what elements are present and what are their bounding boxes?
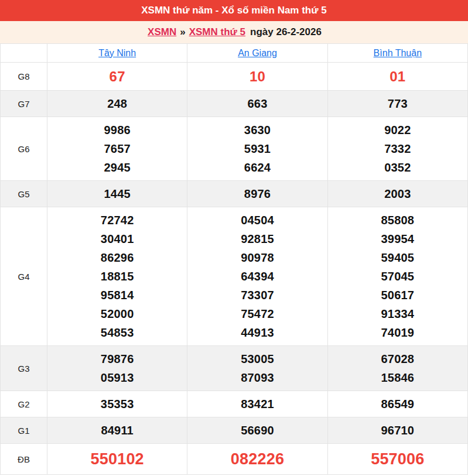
prize-number: 04504 [187, 211, 327, 230]
prize-number: 8976 [187, 184, 327, 203]
corner-cell [1, 44, 47, 63]
breadcrumb-separator: » [180, 26, 185, 38]
breadcrumb-date: ngày 26-2-2026 [250, 26, 322, 38]
prize-cell: 5300587093 [187, 346, 327, 391]
prize-number: 248 [47, 94, 187, 113]
prize-number: 39954 [328, 230, 467, 248]
prize-label: G6 [1, 117, 47, 181]
prize-cell: 082226 [187, 444, 327, 475]
prize-row-g3: G3798760591353005870936702815846 [1, 346, 468, 391]
prize-number: 83421 [187, 395, 327, 413]
prize-number: 74019 [328, 323, 467, 342]
prize-number: 44913 [187, 323, 327, 342]
prize-cell: 557006 [327, 444, 467, 475]
prize-cell: 84911 [47, 417, 187, 444]
prize-cell: 773 [327, 91, 467, 117]
prize-number: 91334 [328, 304, 467, 323]
prize-number: 57045 [328, 267, 467, 286]
prize-row-g8: G8671001 [1, 63, 468, 91]
prize-number: 082226 [187, 447, 327, 471]
prize-cell: 10 [187, 63, 327, 91]
prize-label: G4 [1, 207, 47, 346]
prize-number: 64394 [187, 267, 327, 286]
prize-number: 1445 [47, 184, 187, 203]
prize-number: 01 [328, 66, 467, 87]
prize-number: 557006 [328, 447, 467, 471]
prize-number: 72742 [47, 211, 187, 230]
prize-cell: 35353 [47, 391, 187, 417]
prize-number: 2003 [328, 184, 467, 203]
prize-row-g6: G6998676572945363059316624902273320352 [1, 117, 468, 181]
prize-number: 73307 [187, 286, 327, 304]
province-link[interactable]: An Giang [238, 48, 277, 58]
prize-number: 6624 [187, 158, 327, 177]
prize-number: 15846 [328, 368, 467, 387]
prize-cell: 86549 [327, 391, 467, 417]
prize-number: 663 [187, 94, 327, 113]
prize-label: G5 [1, 181, 47, 207]
prize-number: 550102 [47, 447, 187, 471]
prize-cell: 85808399545940557045506179133474019 [327, 207, 467, 346]
province-link[interactable]: Tây Ninh [98, 48, 136, 58]
prize-number: 84911 [47, 421, 187, 440]
prize-label: ĐB [1, 444, 47, 475]
prize-cell: 2003 [327, 181, 467, 207]
prize-cell: 72742304018629618815958145200054853 [47, 207, 187, 346]
prize-row-g4: G472742304018629618815958145200054853045… [1, 207, 468, 346]
prize-row-g1: G1849115669096710 [1, 417, 468, 444]
prize-number: 50617 [328, 286, 467, 304]
prize-cell: 248 [47, 91, 187, 117]
prize-cell: 663 [187, 91, 327, 117]
prize-label: G1 [1, 417, 47, 444]
prize-cell: 6702815846 [327, 346, 467, 391]
prize-number: 773 [328, 94, 467, 113]
prize-number: 53005 [187, 350, 327, 368]
prize-cell: 8976 [187, 181, 327, 207]
prize-number: 67 [47, 66, 187, 87]
prize-label: G3 [1, 346, 47, 391]
prize-number: 2945 [47, 158, 187, 177]
prize-number: 7657 [47, 139, 187, 158]
prize-label: G7 [1, 91, 47, 117]
breadcrumb-link-xsmn[interactable]: XSMN [148, 26, 176, 38]
breadcrumb-link-xsmn-thu-5[interactable]: XSMN thứ 5 [189, 26, 245, 38]
prize-cell: 67 [47, 63, 187, 91]
prize-number: 35353 [47, 395, 187, 413]
prize-cell: 56690 [187, 417, 327, 444]
prize-number: 10 [187, 66, 327, 87]
province-header-1: Tây Ninh [47, 44, 187, 63]
breadcrumb: XSMN » XSMN thứ 5 ngày 26-2-2026 [0, 21, 468, 43]
prize-cell: 83421 [187, 391, 327, 417]
prize-number: 75472 [187, 304, 327, 323]
prize-number: 95814 [47, 286, 187, 304]
province-header-2: An Giang [187, 44, 327, 63]
prize-number: 3630 [187, 121, 327, 139]
prize-cell: 902273320352 [327, 117, 467, 181]
prize-number: 30401 [47, 230, 187, 248]
province-header-row: Tây NinhAn GiangBình Thuận [1, 44, 468, 63]
prize-number: 56690 [187, 421, 327, 440]
prize-number: 92815 [187, 230, 327, 248]
province-link[interactable]: Bình Thuận [374, 48, 422, 58]
results-table-body: G8671001G7248663773G69986765729453630593… [1, 63, 468, 475]
prize-row-g5: G5144589762003 [1, 181, 468, 207]
prize-number: 05913 [47, 368, 187, 387]
prize-row-đb: ĐB550102082226557006 [1, 444, 468, 475]
prize-number: 54853 [47, 323, 187, 342]
prize-cell: 550102 [47, 444, 187, 475]
prize-cell: 363059316624 [187, 117, 327, 181]
prize-label: G2 [1, 391, 47, 417]
prize-number: 9986 [47, 121, 187, 139]
results-table: Tây NinhAn GiangBình Thuận G8671001G7248… [0, 43, 468, 475]
title-bar: XSMN thứ năm - Xổ số miền Nam thứ 5 [0, 0, 468, 21]
page-title: XSMN thứ năm - Xổ số miền Nam thứ 5 [141, 5, 327, 16]
prize-number: 85808 [328, 211, 467, 230]
prize-cell: 7987605913 [47, 346, 187, 391]
prize-number: 18815 [47, 267, 187, 286]
prize-number: 87093 [187, 368, 327, 387]
prize-number: 52000 [47, 304, 187, 323]
prize-number: 7332 [328, 139, 467, 158]
prize-number: 96710 [328, 421, 467, 440]
prize-number: 5931 [187, 139, 327, 158]
prize-label: G8 [1, 63, 47, 91]
